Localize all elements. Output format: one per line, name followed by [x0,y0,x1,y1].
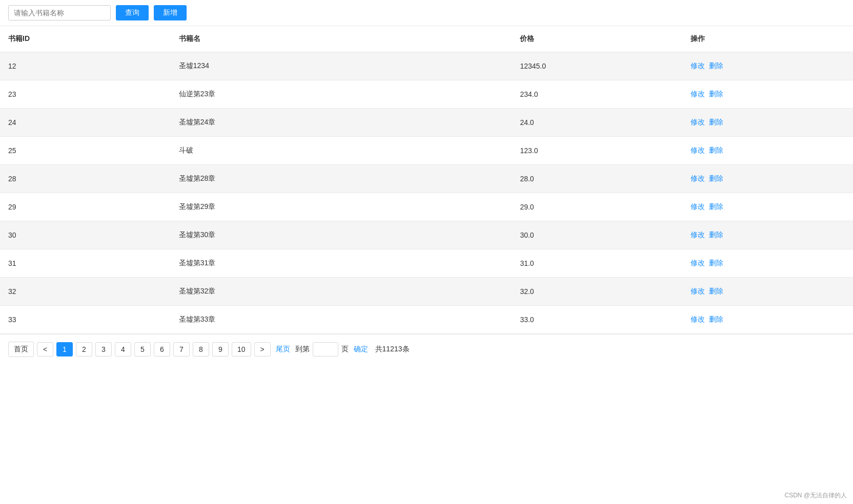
edit-link[interactable]: 修改 [690,174,705,182]
table-row: 32圣墟第32章32.0修改删除 [0,278,853,306]
prev-page-button[interactable]: < [37,342,53,356]
next-page-button[interactable]: > [254,342,271,356]
delete-link[interactable]: 删除 [709,61,723,70]
cell-price: 31.0 [512,249,682,278]
cell-name: 圣墟第33章 [171,306,512,334]
cell-name: 圣墟第28章 [171,165,512,193]
cell-action: 修改删除 [682,221,853,249]
page-number-button[interactable]: 4 [115,342,131,356]
col-header-price: 价格 [512,26,682,52]
table-row: 30圣墟第30章30.0修改删除 [0,221,853,249]
col-header-name: 书籍名 [171,26,512,52]
page-number-button[interactable]: 8 [193,342,209,356]
goto-label: 到第 [295,345,310,354]
add-button[interactable]: 新增 [154,5,187,20]
pagination: 首页 < 12345678910 > 尾页 到第 页 确定 共11213条 [0,334,853,364]
table-row: 12圣墟123412345.0修改删除 [0,52,853,80]
edit-link[interactable]: 修改 [690,287,705,295]
edit-link[interactable]: 修改 [690,202,705,211]
delete-link[interactable]: 删除 [709,315,723,323]
cell-price: 234.0 [512,80,682,109]
cell-id: 31 [0,249,171,278]
delete-link[interactable]: 删除 [709,230,723,239]
cell-name: 圣墟第32章 [171,278,512,306]
table-row: 24圣墟第24章24.0修改删除 [0,109,853,137]
cell-id: 28 [0,165,171,193]
query-button[interactable]: 查询 [116,5,149,20]
cell-id: 24 [0,109,171,137]
cell-action: 修改删除 [682,249,853,278]
page-number-button[interactable]: 3 [95,342,112,356]
cell-action: 修改删除 [682,109,853,137]
cell-action: 修改删除 [682,52,853,80]
cell-id: 12 [0,52,171,80]
page-label: 页 [341,345,349,354]
edit-link[interactable]: 修改 [690,259,705,267]
cell-price: 123.0 [512,137,682,165]
cell-action: 修改删除 [682,80,853,109]
page-number-button[interactable]: 1 [56,342,73,356]
cell-price: 33.0 [512,306,682,334]
cell-id: 33 [0,306,171,334]
cell-action: 修改删除 [682,306,853,334]
cell-price: 24.0 [512,109,682,137]
cell-name: 圣墟第31章 [171,249,512,278]
table-row: 31圣墟第31章31.0修改删除 [0,249,853,278]
edit-link[interactable]: 修改 [690,90,705,98]
cell-id: 25 [0,137,171,165]
cell-price: 12345.0 [512,52,682,80]
table-row: 33圣墟第33章33.0修改删除 [0,306,853,334]
edit-link[interactable]: 修改 [690,315,705,323]
last-page-button[interactable]: 尾页 [274,342,292,356]
col-header-action: 操作 [682,26,853,52]
book-table: 书籍ID 书籍名 价格 操作 12圣墟123412345.0修改删除23仙逆第2… [0,26,853,334]
delete-link[interactable]: 删除 [709,174,723,182]
col-header-id: 书籍ID [0,26,171,52]
cell-name: 仙逆第23章 [171,80,512,109]
cell-id: 30 [0,221,171,249]
page-number-button[interactable]: 2 [76,342,92,356]
delete-link[interactable]: 删除 [709,146,723,154]
cell-name: 斗破 [171,137,512,165]
cell-action: 修改删除 [682,165,853,193]
cell-price: 29.0 [512,193,682,221]
search-input[interactable] [8,5,111,20]
cell-id: 23 [0,80,171,109]
cell-price: 30.0 [512,221,682,249]
page-number-button[interactable]: 9 [212,342,229,356]
cell-action: 修改删除 [682,193,853,221]
edit-link[interactable]: 修改 [690,230,705,239]
table-row: 29圣墟第29章29.0修改删除 [0,193,853,221]
total-count: 共11213条 [375,345,410,354]
page-number-button[interactable]: 6 [154,342,170,356]
cell-id: 29 [0,193,171,221]
cell-name: 圣墟第24章 [171,109,512,137]
edit-link[interactable]: 修改 [690,118,705,126]
first-page-button[interactable]: 首页 [8,342,34,357]
cell-price: 28.0 [512,165,682,193]
table-row: 28圣墟第28章28.0修改删除 [0,165,853,193]
table-row: 23仙逆第23章234.0修改删除 [0,80,853,109]
page-number-button[interactable]: 7 [173,342,190,356]
goto-page-input[interactable] [313,342,338,356]
edit-link[interactable]: 修改 [690,61,705,70]
delete-link[interactable]: 删除 [709,287,723,295]
delete-link[interactable]: 删除 [709,259,723,267]
cell-action: 修改删除 [682,278,853,306]
cell-action: 修改删除 [682,137,853,165]
cell-name: 圣墟1234 [171,52,512,80]
table-row: 25斗破123.0修改删除 [0,137,853,165]
cell-name: 圣墟第30章 [171,221,512,249]
table-header-row: 书籍ID 书籍名 价格 操作 [0,26,853,52]
page-number-button[interactable]: 5 [134,342,151,356]
edit-link[interactable]: 修改 [690,146,705,154]
cell-name: 圣墟第29章 [171,193,512,221]
delete-link[interactable]: 删除 [709,118,723,126]
cell-id: 32 [0,278,171,306]
delete-link[interactable]: 删除 [709,90,723,98]
delete-link[interactable]: 删除 [709,202,723,211]
cell-price: 32.0 [512,278,682,306]
toolbar: 查询 新增 [0,0,853,26]
page-number-button[interactable]: 10 [232,342,251,356]
goto-confirm-button[interactable]: 确定 [352,342,370,356]
